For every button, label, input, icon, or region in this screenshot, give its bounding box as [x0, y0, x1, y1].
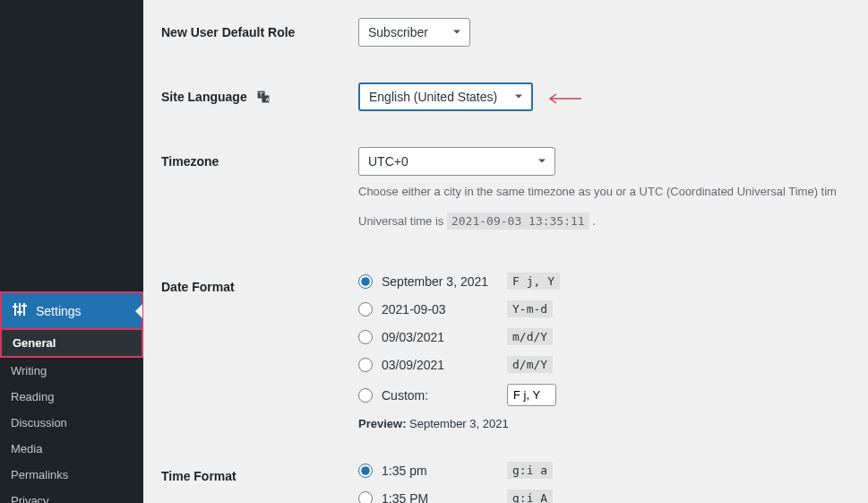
svg-rect-2: [19, 303, 21, 316]
radio-date-format-custom[interactable]: [358, 388, 373, 403]
radio-date-format-3[interactable]: [358, 330, 373, 344]
row-timezone: Timezone UTC+0 Choose either a city in t…: [161, 147, 850, 228]
date-format-option-2: 2021-09-03 Y-m-d: [358, 300, 850, 317]
sidebar-menu-settings[interactable]: Settings: [0, 291, 143, 330]
row-time-format: Time Format 1:35 pm g:i a 1:35 PM g:i A …: [161, 462, 850, 503]
date-format-display-4: 03/09/2021: [382, 358, 507, 372]
submenu-indicator-icon: [135, 304, 142, 318]
svg-rect-1: [13, 306, 18, 308]
date-format-code-2: Y-m-d: [507, 300, 553, 317]
date-format-display-2: 2021-09-03: [382, 302, 507, 317]
select-timezone[interactable]: UTC+0: [358, 147, 555, 176]
row-new-user-role: New User Default Role Subscriber: [161, 18, 850, 47]
row-site-language: Site Language A English (United States): [161, 82, 850, 111]
time-format-display-1: 1:35 pm: [382, 464, 507, 478]
label-time-format: Time Format: [161, 462, 358, 483]
date-format-code-4: d/m/Y: [507, 356, 553, 373]
label-timezone: Timezone: [161, 147, 358, 169]
time-format-option-1: 1:35 pm g:i a: [358, 462, 850, 479]
time-format-code-2: g:i A: [507, 490, 553, 503]
time-format-option-2: 1:35 PM g:i A: [358, 490, 850, 503]
radio-date-format-2[interactable]: [358, 302, 373, 317]
arrow-annotation-icon: [546, 91, 581, 106]
label-site-language: Site Language A: [161, 82, 358, 107]
sidebar-item-privacy[interactable]: Privacy: [0, 488, 143, 503]
date-format-option-3: 09/03/2021 m/d/Y: [358, 328, 850, 345]
radio-date-format-1[interactable]: [358, 274, 373, 289]
time-format-code-1: g:i a: [507, 462, 553, 479]
radio-time-format-2[interactable]: [358, 491, 373, 504]
translate-icon: A: [256, 90, 271, 107]
settings-icon: [11, 300, 29, 321]
date-format-code-3: m/d/Y: [507, 328, 553, 345]
svg-text:A: A: [265, 97, 269, 102]
svg-rect-0: [14, 303, 16, 316]
date-format-option-4: 03/09/2021 d/m/Y: [358, 356, 850, 373]
admin-sidebar: Settings General Writing Reading Discuss…: [0, 0, 143, 503]
label-date-format: Date Format: [161, 273, 358, 294]
select-new-user-role[interactable]: Subscriber: [358, 18, 470, 47]
universal-time-text: Universal time is 2021-09-03 13:35:11 .: [358, 214, 850, 228]
date-format-custom-label: Custom:: [382, 388, 507, 403]
sidebar-item-media[interactable]: Media: [0, 436, 143, 462]
date-format-display-3: 09/03/2021: [382, 330, 507, 344]
radio-time-format-1[interactable]: [358, 464, 373, 478]
date-format-preview: Preview: September 3, 2021: [358, 417, 850, 430]
sidebar-menu-label: Settings: [36, 304, 82, 318]
sidebar-item-writing[interactable]: Writing: [0, 358, 143, 384]
timezone-help-text: Choose either a city in the same timezon…: [358, 185, 850, 198]
date-format-display-1: September 3, 2021: [382, 274, 507, 289]
sidebar-item-general[interactable]: General: [0, 330, 143, 358]
sidebar-item-discussion[interactable]: Discussion: [0, 410, 143, 436]
time-format-display-2: 1:35 PM: [382, 491, 507, 504]
input-date-format-custom[interactable]: [507, 384, 556, 406]
settings-main-content: New User Default Role Subscriber Site La…: [143, 0, 868, 503]
date-format-option-custom: Custom:: [358, 384, 850, 406]
svg-rect-3: [17, 311, 22, 313]
select-site-language[interactable]: English (United States): [358, 82, 533, 111]
svg-rect-5: [21, 305, 27, 307]
sidebar-item-reading[interactable]: Reading: [0, 384, 143, 410]
label-new-user-role: New User Default Role: [161, 18, 358, 39]
row-date-format: Date Format September 3, 2021 F j, Y 202…: [161, 273, 850, 430]
date-format-code-1: F j, Y: [507, 273, 560, 290]
date-format-option-1: September 3, 2021 F j, Y: [358, 273, 850, 290]
radio-date-format-4[interactable]: [358, 358, 373, 372]
sidebar-item-permalinks[interactable]: Permalinks: [0, 462, 143, 488]
